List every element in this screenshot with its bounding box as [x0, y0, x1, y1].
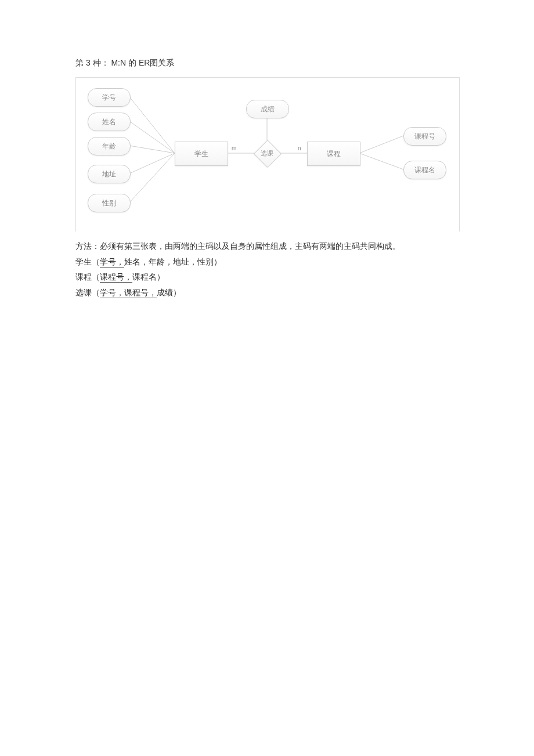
schema-course: 课程（课程号，课程名）: [75, 269, 459, 285]
attr-gender: 性别: [88, 194, 131, 212]
attr-course-name: 课程名: [403, 161, 446, 179]
svg-line-0: [129, 97, 175, 153]
attr-score: 成绩: [246, 100, 289, 118]
entity-student: 学生: [175, 142, 228, 166]
page-title: 第 3 种： M:N 的 ER图关系: [75, 58, 459, 68]
description: 方法：必须有第三张表，由两端的主码以及自身的属性组成，主码有两端的主码共同构成。…: [75, 238, 459, 300]
relation-select: 选课: [254, 140, 280, 166]
svg-line-3: [129, 153, 175, 173]
cardinality-m: m: [232, 145, 236, 151]
svg-line-8: [359, 136, 403, 153]
method-text: 方法：必须有第三张表，由两端的主码以及自身的属性组成，主码有两端的主码共同构成。: [75, 238, 459, 254]
attr-name: 姓名: [88, 113, 131, 131]
svg-line-9: [359, 153, 403, 169]
er-diagram: 学号 姓名 年龄 地址 性别 学生 成绩 选课 m n 课程 课程号 课程名: [75, 77, 460, 231]
attr-address: 地址: [88, 165, 131, 183]
svg-line-2: [129, 146, 175, 153]
cardinality-n: n: [298, 145, 301, 151]
schema-select: 选课（学号，课程号，成绩）: [75, 285, 459, 301]
attr-course-id: 课程号: [403, 127, 446, 146]
attr-student-id: 学号: [88, 88, 131, 107]
svg-line-1: [129, 121, 175, 153]
schema-student: 学生（学号，姓名，年龄，地址，性别）: [75, 254, 459, 270]
svg-line-4: [129, 153, 175, 202]
entity-course: 课程: [307, 142, 360, 166]
attr-age: 年龄: [88, 137, 131, 155]
